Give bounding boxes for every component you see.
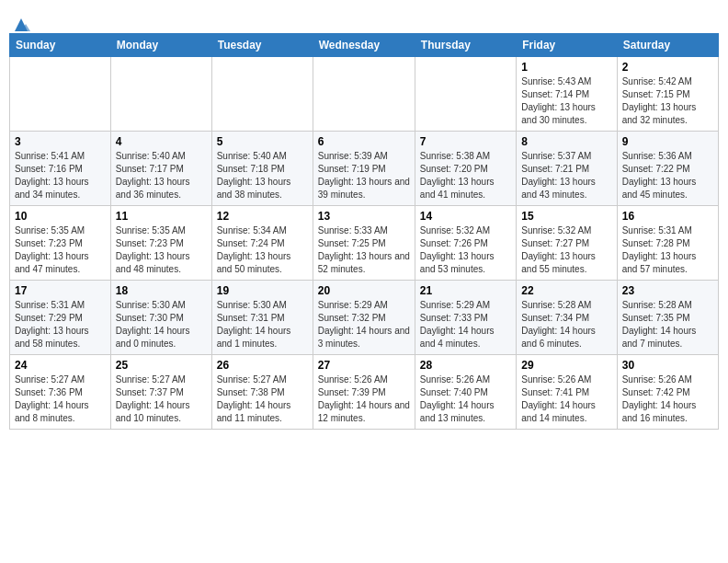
- day-number: 10: [15, 210, 106, 223]
- day-info: Sunrise: 5:26 AM Sunset: 7:40 PM Dayligh…: [420, 373, 511, 425]
- calendar-cell: 1Sunrise: 5:43 AM Sunset: 7:14 PM Daylig…: [517, 57, 617, 132]
- day-info: Sunrise: 5:39 AM Sunset: 7:19 PM Dayligh…: [318, 150, 410, 201]
- calendar-week-row: 10Sunrise: 5:35 AM Sunset: 7:23 PM Dayli…: [10, 206, 719, 281]
- day-number: 24: [15, 359, 106, 372]
- day-number: 1: [521, 61, 611, 74]
- day-number: 27: [318, 359, 410, 372]
- weekday-header: Monday: [110, 34, 211, 57]
- day-info: Sunrise: 5:28 AM Sunset: 7:34 PM Dayligh…: [521, 299, 611, 350]
- day-info: Sunrise: 5:40 AM Sunset: 7:17 PM Dayligh…: [116, 150, 207, 201]
- day-number: 14: [420, 210, 511, 223]
- day-number: 11: [116, 210, 207, 223]
- calendar-cell: 20Sunrise: 5:29 AM Sunset: 7:32 PM Dayli…: [313, 281, 415, 355]
- day-number: 29: [521, 359, 611, 372]
- day-number: 18: [116, 284, 207, 297]
- calendar-cell: 16Sunrise: 5:31 AM Sunset: 7:28 PM Dayli…: [617, 206, 718, 281]
- calendar-cell: 9Sunrise: 5:36 AM Sunset: 7:22 PM Daylig…: [617, 132, 718, 206]
- logo: [9, 15, 31, 29]
- day-info: Sunrise: 5:31 AM Sunset: 7:28 PM Dayligh…: [622, 224, 713, 276]
- calendar-week-row: 24Sunrise: 5:27 AM Sunset: 7:36 PM Dayli…: [10, 355, 719, 430]
- weekday-header: Sunday: [10, 34, 111, 57]
- day-number: 4: [116, 135, 207, 148]
- calendar-cell: 7Sunrise: 5:38 AM Sunset: 7:20 PM Daylig…: [415, 132, 516, 206]
- calendar-cell: [415, 57, 516, 132]
- weekday-header: Wednesday: [313, 34, 415, 57]
- calendar-cell: 24Sunrise: 5:27 AM Sunset: 7:36 PM Dayli…: [10, 355, 111, 430]
- calendar-week-row: 3Sunrise: 5:41 AM Sunset: 7:16 PM Daylig…: [10, 132, 719, 206]
- day-info: Sunrise: 5:30 AM Sunset: 7:30 PM Dayligh…: [116, 299, 207, 350]
- day-number: 8: [521, 135, 611, 148]
- day-number: 16: [622, 210, 713, 223]
- day-info: Sunrise: 5:41 AM Sunset: 7:16 PM Dayligh…: [15, 150, 106, 201]
- day-number: 19: [217, 284, 308, 297]
- calendar-cell: [211, 57, 313, 132]
- day-number: 13: [318, 210, 410, 223]
- day-info: Sunrise: 5:30 AM Sunset: 7:31 PM Dayligh…: [217, 299, 308, 350]
- day-info: Sunrise: 5:37 AM Sunset: 7:21 PM Dayligh…: [521, 150, 611, 201]
- calendar-cell: [10, 57, 111, 132]
- day-number: 21: [420, 284, 511, 297]
- calendar-cell: 28Sunrise: 5:26 AM Sunset: 7:40 PM Dayli…: [415, 355, 516, 430]
- day-info: Sunrise: 5:26 AM Sunset: 7:42 PM Dayligh…: [622, 373, 713, 425]
- day-info: Sunrise: 5:35 AM Sunset: 7:23 PM Dayligh…: [15, 224, 106, 276]
- day-number: 6: [318, 135, 410, 148]
- calendar-cell: 8Sunrise: 5:37 AM Sunset: 7:21 PM Daylig…: [517, 132, 617, 206]
- calendar-cell: 13Sunrise: 5:33 AM Sunset: 7:25 PM Dayli…: [313, 206, 415, 281]
- calendar-cell: 4Sunrise: 5:40 AM Sunset: 7:17 PM Daylig…: [110, 132, 211, 206]
- day-info: Sunrise: 5:34 AM Sunset: 7:24 PM Dayligh…: [217, 224, 308, 276]
- calendar-header-row: SundayMondayTuesdayWednesdayThursdayFrid…: [10, 34, 719, 57]
- day-info: Sunrise: 5:29 AM Sunset: 7:33 PM Dayligh…: [420, 299, 511, 350]
- day-number: 5: [217, 135, 308, 148]
- calendar-cell: 27Sunrise: 5:26 AM Sunset: 7:39 PM Dayli…: [313, 355, 415, 430]
- day-info: Sunrise: 5:31 AM Sunset: 7:29 PM Dayligh…: [15, 299, 106, 350]
- day-number: 22: [521, 284, 611, 297]
- day-number: 17: [15, 284, 106, 297]
- calendar-cell: 23Sunrise: 5:28 AM Sunset: 7:35 PM Dayli…: [617, 281, 718, 355]
- calendar-cell: [110, 57, 211, 132]
- weekday-header: Friday: [517, 34, 617, 57]
- day-info: Sunrise: 5:32 AM Sunset: 7:27 PM Dayligh…: [521, 224, 611, 276]
- day-number: 2: [622, 61, 713, 74]
- day-info: Sunrise: 5:29 AM Sunset: 7:32 PM Dayligh…: [318, 299, 410, 350]
- weekday-header: Saturday: [617, 34, 718, 57]
- calendar-body: 1Sunrise: 5:43 AM Sunset: 7:14 PM Daylig…: [10, 57, 719, 430]
- day-info: Sunrise: 5:27 AM Sunset: 7:38 PM Dayligh…: [217, 373, 308, 425]
- weekday-header: Thursday: [415, 34, 516, 57]
- calendar-cell: 22Sunrise: 5:28 AM Sunset: 7:34 PM Dayli…: [517, 281, 617, 355]
- day-info: Sunrise: 5:35 AM Sunset: 7:23 PM Dayligh…: [116, 224, 207, 276]
- calendar-cell: [313, 57, 415, 132]
- day-number: 20: [318, 284, 410, 297]
- day-info: Sunrise: 5:36 AM Sunset: 7:22 PM Dayligh…: [622, 150, 713, 201]
- calendar-cell: 6Sunrise: 5:39 AM Sunset: 7:19 PM Daylig…: [313, 132, 415, 206]
- calendar-cell: 25Sunrise: 5:27 AM Sunset: 7:37 PM Dayli…: [110, 355, 211, 430]
- calendar-cell: 10Sunrise: 5:35 AM Sunset: 7:23 PM Dayli…: [10, 206, 111, 281]
- day-info: Sunrise: 5:33 AM Sunset: 7:25 PM Dayligh…: [318, 224, 410, 276]
- day-info: Sunrise: 5:43 AM Sunset: 7:14 PM Dayligh…: [521, 75, 611, 127]
- day-info: Sunrise: 5:27 AM Sunset: 7:36 PM Dayligh…: [15, 373, 106, 425]
- calendar-cell: 21Sunrise: 5:29 AM Sunset: 7:33 PM Dayli…: [415, 281, 516, 355]
- calendar-cell: 14Sunrise: 5:32 AM Sunset: 7:26 PM Dayli…: [415, 206, 516, 281]
- calendar: SundayMondayTuesdayWednesdayThursdayFrid…: [9, 33, 719, 430]
- day-number: 26: [217, 359, 308, 372]
- day-number: 3: [15, 135, 106, 148]
- calendar-cell: 19Sunrise: 5:30 AM Sunset: 7:31 PM Dayli…: [211, 281, 313, 355]
- calendar-week-row: 1Sunrise: 5:43 AM Sunset: 7:14 PM Daylig…: [10, 57, 719, 132]
- calendar-cell: 29Sunrise: 5:26 AM Sunset: 7:41 PM Dayli…: [517, 355, 617, 430]
- calendar-cell: 26Sunrise: 5:27 AM Sunset: 7:38 PM Dayli…: [211, 355, 313, 430]
- day-number: 9: [622, 135, 713, 148]
- day-info: Sunrise: 5:26 AM Sunset: 7:39 PM Dayligh…: [318, 373, 410, 425]
- calendar-cell: 12Sunrise: 5:34 AM Sunset: 7:24 PM Dayli…: [211, 206, 313, 281]
- calendar-week-row: 17Sunrise: 5:31 AM Sunset: 7:29 PM Dayli…: [10, 281, 719, 355]
- weekday-header: Tuesday: [211, 34, 313, 57]
- logo-icon: [11, 15, 31, 35]
- calendar-cell: 15Sunrise: 5:32 AM Sunset: 7:27 PM Dayli…: [517, 206, 617, 281]
- day-info: Sunrise: 5:38 AM Sunset: 7:20 PM Dayligh…: [420, 150, 511, 201]
- day-info: Sunrise: 5:26 AM Sunset: 7:41 PM Dayligh…: [521, 373, 611, 425]
- calendar-cell: 2Sunrise: 5:42 AM Sunset: 7:15 PM Daylig…: [617, 57, 718, 132]
- header: [9, 9, 719, 29]
- calendar-cell: 3Sunrise: 5:41 AM Sunset: 7:16 PM Daylig…: [10, 132, 111, 206]
- day-info: Sunrise: 5:32 AM Sunset: 7:26 PM Dayligh…: [420, 224, 511, 276]
- day-info: Sunrise: 5:40 AM Sunset: 7:18 PM Dayligh…: [217, 150, 308, 201]
- calendar-cell: 11Sunrise: 5:35 AM Sunset: 7:23 PM Dayli…: [110, 206, 211, 281]
- day-number: 25: [116, 359, 207, 372]
